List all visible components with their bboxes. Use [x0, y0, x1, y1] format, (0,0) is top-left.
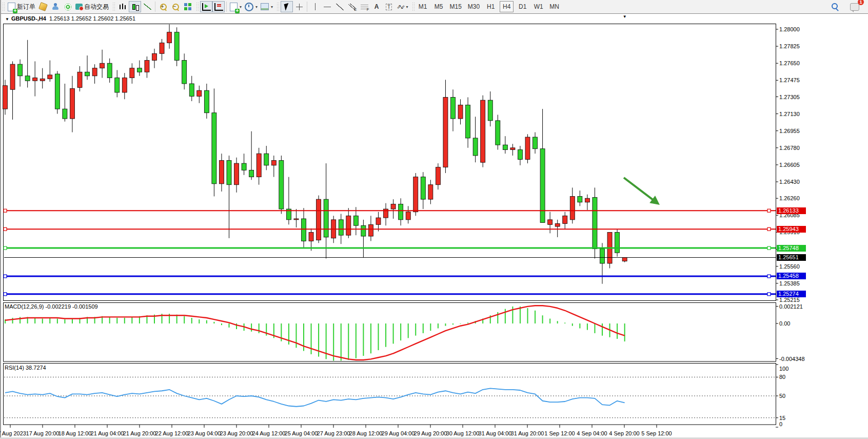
candle-down — [339, 220, 343, 235]
time-axis-label: 23 Aug 04:00 — [188, 430, 221, 436]
rsi-value: 38.7274 — [26, 365, 46, 371]
line-handle[interactable] — [4, 209, 7, 212]
rsi-line — [5, 388, 625, 406]
candle-down — [189, 84, 194, 97]
time-axis-label: 17 Aug 2023 — [0, 430, 26, 436]
time-axis-label: 21 Aug 20:00 — [123, 430, 156, 436]
line-handle[interactable] — [4, 246, 7, 250]
candle-down — [249, 170, 254, 177]
candle-up — [346, 216, 351, 235]
candle-down — [115, 78, 120, 92]
rsi-tick-label: 50 — [779, 393, 785, 399]
price-tick-label: 1.27130 — [779, 111, 800, 117]
arrow-annotation-head — [649, 196, 660, 205]
time-axis-label: 17 Aug 20:00 — [26, 430, 60, 436]
candle-up — [510, 148, 515, 150]
candle-up — [570, 196, 575, 219]
candle-up — [622, 257, 627, 261]
candle-down — [518, 150, 522, 160]
time-axis-label: 30 Aug 12:00 — [446, 430, 480, 436]
time-axis-label: 28 Aug 12:00 — [349, 430, 383, 436]
candle-up — [152, 53, 157, 60]
candle-down — [593, 197, 597, 249]
candle-up — [376, 218, 381, 224]
candle-down — [473, 138, 478, 156]
macd-signal-line — [5, 306, 625, 360]
candle-up — [145, 61, 149, 72]
candle-up — [585, 198, 589, 202]
candle-down — [85, 72, 90, 76]
main-pane-border — [4, 24, 776, 301]
candle-up — [555, 223, 560, 226]
line-handle[interactable] — [767, 293, 771, 296]
price-tick-label: 1.27825 — [779, 43, 800, 49]
candle-down — [204, 90, 209, 113]
candle-up — [40, 79, 45, 81]
candle-up — [10, 64, 15, 89]
line-handle[interactable] — [767, 275, 771, 278]
chart-title: ▼GBPUSD-,H4 1.25613 1.25652 1.25602 1.25… — [5, 15, 135, 22]
line-handle[interactable] — [767, 246, 771, 250]
candle-down — [421, 177, 425, 200]
candle-up — [563, 216, 567, 223]
candle-up — [317, 199, 321, 240]
candle-down — [107, 63, 112, 78]
candle-up — [160, 43, 164, 53]
time-axis-label: 31 Aug 04:00 — [479, 430, 512, 436]
time-axis-label: 29 Aug 20:00 — [414, 430, 447, 436]
time-axis-label: 23 Aug 20:00 — [220, 430, 253, 436]
price-tick-label: 1.25385 — [779, 280, 800, 287]
candle-down — [496, 121, 500, 145]
line-handle[interactable] — [4, 293, 7, 296]
candle-up — [70, 88, 74, 119]
line-handle[interactable] — [4, 227, 7, 231]
candle-down — [503, 145, 507, 149]
price-tick-label: 1.25215 — [779, 297, 800, 303]
candle-up — [428, 185, 433, 199]
time-axis-label: 25 Aug 04:00 — [285, 430, 318, 436]
candle-down — [540, 149, 545, 223]
current-bar-marker-icon: ▼ — [623, 14, 627, 19]
rsi-tick-label: 0 — [779, 421, 782, 427]
macd-tick-label: 0.002121 — [779, 303, 803, 310]
time-axis-label: 5 Sep 12:00 — [641, 430, 672, 436]
price-chart-canvas[interactable] — [0, 0, 868, 439]
candle-down — [227, 160, 231, 184]
candle-down — [63, 109, 67, 119]
candle-down — [615, 232, 620, 253]
price-level-label: 1.26133 — [777, 207, 806, 214]
rsi-tick-label: 15 — [779, 415, 785, 421]
time-axis-label: 18 Aug 12:00 — [58, 430, 92, 436]
price-tick-label: 1.26955 — [779, 128, 800, 134]
candle-up — [548, 220, 553, 224]
candle-up — [458, 105, 463, 119]
candle-down — [182, 61, 187, 84]
candle-up — [481, 100, 485, 162]
time-axis-label: 27 Aug 23:00 — [317, 430, 350, 436]
candle-up — [257, 154, 261, 177]
candle-down — [399, 204, 403, 220]
candle-down — [451, 97, 456, 119]
candle-down — [242, 163, 246, 170]
line-handle[interactable] — [4, 275, 7, 278]
rsi-label: RSI(14) 38.7274 — [5, 365, 46, 371]
candle-down — [174, 32, 179, 61]
time-axis-label: 24 Aug 12:00 — [252, 430, 286, 436]
chart-ohlc: 1.25613 1.25652 1.25602 1.25651 — [49, 15, 135, 22]
arrow-annotation[interactable] — [624, 178, 657, 202]
macd-values: -0.002219 -0.001509 — [45, 303, 97, 310]
candle-down — [578, 196, 582, 202]
line-handle[interactable] — [767, 209, 771, 212]
macd-tick-label: 0.00 — [779, 320, 790, 327]
candle-up — [3, 86, 8, 109]
chart-menu-caret-icon[interactable]: ▼ — [5, 17, 9, 22]
candle-down — [488, 100, 492, 121]
candle-down — [55, 74, 60, 109]
candle-down — [18, 64, 23, 76]
candle-up — [368, 224, 373, 236]
candle-down — [361, 225, 366, 236]
candle-up — [48, 75, 52, 79]
line-handle[interactable] — [767, 227, 771, 231]
candle-up — [406, 212, 410, 220]
time-axis-label: 4 Sep 20:00 — [609, 430, 639, 436]
